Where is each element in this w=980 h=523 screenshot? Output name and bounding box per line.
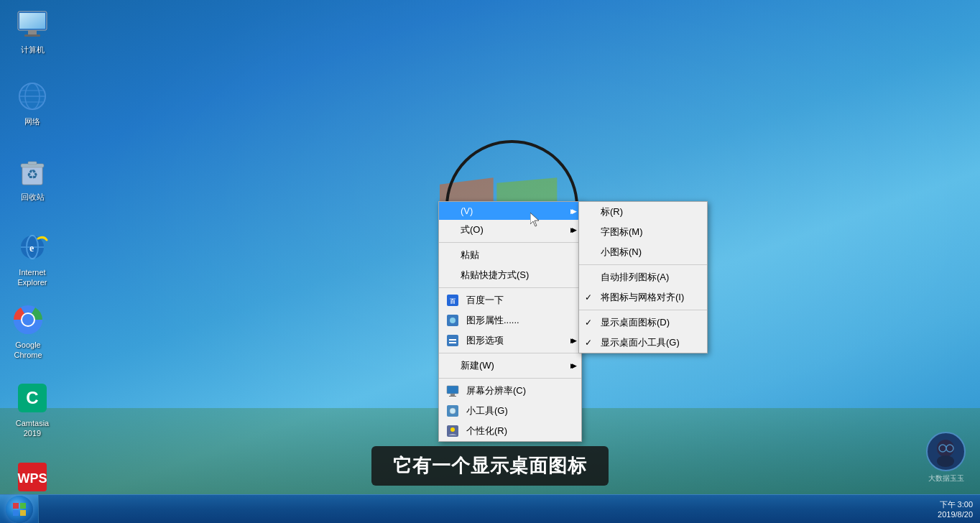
svg-point-10 bbox=[19, 83, 45, 109]
sub-menu-item-auto-arrange[interactable]: 自动排列图标(A) bbox=[579, 267, 707, 287]
show-gadgets-checkmark: ✓ bbox=[585, 338, 592, 348]
sub-menu-item-medium-icons[interactable]: 字图标(M) bbox=[579, 222, 707, 242]
screen-res-icon bbox=[446, 384, 459, 397]
desktop-icon-chrome[interactable]: GoogleChrome bbox=[3, 302, 53, 361]
graphic-props-label: 图形属性...... bbox=[466, 314, 519, 327]
svg-rect-15 bbox=[28, 162, 37, 165]
graphic-props-icon bbox=[446, 314, 459, 327]
context-menu-item-sort[interactable]: 式(O) ▶ bbox=[439, 220, 581, 240]
sub-menu-item-show-gadgets[interactable]: ✓ 显示桌面小工具(G) bbox=[579, 333, 707, 353]
sub-sep-2 bbox=[579, 310, 707, 310]
taskbar: 下午 3:00 2019/8/20 bbox=[0, 494, 980, 523]
sub-menu-item-large-icons[interactable]: 标(R) bbox=[579, 202, 707, 222]
graphic-options-label: 图形选项 bbox=[466, 334, 504, 347]
svg-rect-3 bbox=[28, 30, 37, 34]
chrome-icon-img bbox=[11, 302, 45, 337]
recycle-icon-img: ♻ bbox=[15, 154, 50, 189]
submenu-arrow-graphic: ▶ bbox=[570, 337, 575, 344]
personalize-label: 个性化(R) bbox=[466, 425, 507, 438]
personalize-icon bbox=[446, 425, 459, 438]
align-grid-label: 将图标与网格对齐(I) bbox=[601, 291, 684, 304]
align-grid-checkmark: ✓ bbox=[585, 292, 592, 302]
watermark: 大数据玉玉 bbox=[926, 432, 966, 483]
paste-label: 粘贴 bbox=[461, 249, 479, 262]
recycle-icon-label: 回收站 bbox=[21, 192, 45, 202]
svg-text:WPS: WPS bbox=[17, 471, 47, 486]
svg-point-41 bbox=[450, 427, 455, 432]
new-label: 新建(W) bbox=[461, 359, 494, 372]
gadgets-icon bbox=[446, 404, 459, 417]
context-menu-item-baidu[interactable]: 百 百度一下 bbox=[439, 290, 581, 310]
svg-point-23 bbox=[22, 314, 34, 325]
sub-sep-1 bbox=[579, 264, 707, 265]
computer-icon-label: 计算机 bbox=[21, 45, 45, 55]
computer-icon-img bbox=[15, 7, 50, 42]
chrome-icon-label: GoogleChrome bbox=[14, 340, 42, 361]
clock-date: 2019/8/20 bbox=[938, 510, 973, 519]
view-label: (V) bbox=[461, 205, 473, 216]
context-menu: (V) ▶ 式(O) ▶ 粘贴 粘贴快捷方式(S) 百 百度一下 图形属性...… bbox=[438, 201, 582, 442]
taskbar-clock: 下午 3:00 2019/8/20 bbox=[938, 499, 973, 519]
sort-label: 式(O) bbox=[461, 223, 484, 236]
context-menu-item-new[interactable]: 新建(W) ▶ bbox=[439, 356, 581, 376]
context-menu-item-personalize[interactable]: 个性化(R) bbox=[439, 421, 581, 441]
svg-point-31 bbox=[450, 318, 456, 323]
camtasia-icon-img: C bbox=[15, 381, 50, 415]
context-menu-item-graphic-props[interactable]: 图形属性...... bbox=[439, 310, 581, 330]
caption-bar: 它有一个显示桌面图标 bbox=[371, 446, 609, 486]
svg-rect-33 bbox=[449, 339, 456, 341]
network-icon-img bbox=[15, 79, 50, 114]
show-desktop-icons-label: 显示桌面图标(D) bbox=[601, 316, 670, 329]
submenu-arrow-view: ▶ bbox=[570, 208, 575, 215]
separator-4 bbox=[439, 378, 581, 379]
desktop-icon-network[interactable]: 网络 bbox=[7, 79, 57, 126]
desktop-icon-computer[interactable]: 计算机 bbox=[7, 7, 57, 55]
clock-time: 下午 3:00 bbox=[938, 499, 973, 510]
camtasia-icon-label: Camtasia2019 bbox=[16, 418, 49, 439]
medium-icons-label: 字图标(M) bbox=[601, 226, 643, 239]
context-menu-item-paste[interactable]: 粘贴 bbox=[439, 245, 581, 265]
context-menu-item-view[interactable]: (V) ▶ bbox=[439, 202, 581, 220]
start-orb bbox=[6, 496, 33, 523]
watermark-avatar bbox=[926, 432, 966, 471]
svg-rect-4 bbox=[24, 34, 40, 37]
svg-rect-34 bbox=[449, 342, 456, 343]
sub-menu-item-small-icons[interactable]: 小图标(N) bbox=[579, 242, 707, 262]
separator-3 bbox=[439, 353, 581, 353]
separator-2 bbox=[439, 287, 581, 288]
desktop-icon-recycle[interactable]: ♻ 回收站 bbox=[7, 154, 57, 202]
svg-text:♻: ♻ bbox=[27, 167, 38, 182]
svg-point-46 bbox=[937, 455, 954, 467]
ie-icon-label: InternetExplorer bbox=[18, 267, 47, 288]
network-icon-label: 网络 bbox=[24, 116, 40, 126]
sub-context-menu: 标(R) 字图标(M) 小图标(N) 自动排列图标(A) ✓ 将图标与网格对齐(… bbox=[578, 201, 708, 353]
context-menu-item-gadgets[interactable]: 小工具(G) bbox=[439, 401, 581, 421]
large-icons-label: 标(R) bbox=[601, 205, 623, 218]
context-menu-item-paste-shortcut[interactable]: 粘贴快捷方式(S) bbox=[439, 265, 581, 285]
gadgets-label: 小工具(G) bbox=[466, 404, 508, 417]
svg-rect-2 bbox=[19, 13, 45, 29]
svg-text:C: C bbox=[26, 388, 38, 407]
svg-text:百: 百 bbox=[450, 298, 456, 305]
svg-rect-36 bbox=[450, 394, 455, 396]
desktop-icon-ie[interactable]: e InternetExplorer bbox=[7, 230, 57, 288]
svg-rect-35 bbox=[447, 386, 458, 394]
start-button[interactable] bbox=[0, 495, 39, 524]
auto-arrange-label: 自动排列图标(A) bbox=[601, 271, 669, 284]
submenu-arrow-sort: ▶ bbox=[570, 226, 575, 233]
paste-shortcut-label: 粘贴快捷方式(S) bbox=[461, 269, 529, 282]
context-menu-item-screen-res[interactable]: 屏幕分辨率(C) bbox=[439, 381, 581, 401]
context-menu-item-graphic-options[interactable]: 图形选项 ▶ bbox=[439, 330, 581, 351]
submenu-arrow-new: ▶ bbox=[570, 362, 575, 369]
wps-icon-img: WPS bbox=[15, 460, 50, 494]
graphic-options-icon bbox=[446, 334, 459, 347]
ie-icon-img: e bbox=[15, 230, 50, 264]
desktop-icon-camtasia[interactable]: C Camtasia2019 bbox=[7, 381, 57, 439]
screen-res-label: 屏幕分辨率(C) bbox=[466, 384, 526, 397]
svg-point-39 bbox=[450, 408, 456, 414]
sub-menu-item-align-grid[interactable]: ✓ 将图标与网格对齐(I) bbox=[579, 287, 707, 307]
sub-menu-item-show-desktop-icons[interactable]: ✓ 显示桌面图标(D) bbox=[579, 313, 707, 333]
show-gadgets-label: 显示桌面小工具(G) bbox=[601, 336, 680, 349]
watermark-label: 大数据玉玉 bbox=[928, 473, 964, 483]
caption-text: 它有一个显示桌面图标 bbox=[393, 455, 587, 476]
